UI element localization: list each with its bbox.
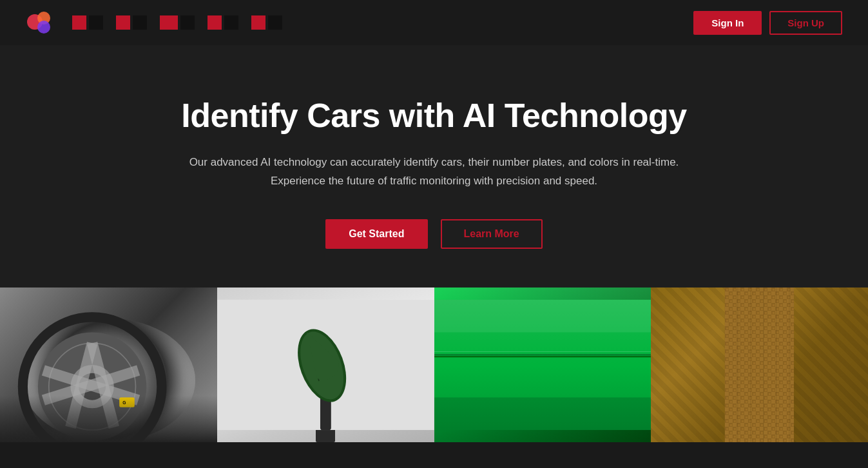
svg-point-2 <box>37 21 50 34</box>
image-strip: G <box>0 288 868 442</box>
hero-buttons: Get Started Learn More <box>325 219 543 249</box>
svg-rect-21 <box>434 354 651 356</box>
svg-rect-23 <box>434 300 651 333</box>
svg-rect-27 <box>725 288 794 442</box>
learn-more-button[interactable]: Learn More <box>441 219 543 249</box>
svg-rect-20 <box>434 300 651 430</box>
brown-texture-image <box>651 288 868 442</box>
car-wheel-image: G <box>0 288 217 442</box>
signup-button[interactable]: Sign Up <box>769 11 842 35</box>
navbar: Sign In Sign Up <box>0 0 868 45</box>
nav-item-features[interactable] <box>68 13 107 32</box>
green-car-image <box>434 288 651 442</box>
nav-item-blog[interactable] <box>247 13 286 32</box>
nav-item-contact[interactable] <box>204 13 242 32</box>
svg-rect-22 <box>434 351 651 352</box>
svg-text:G: G <box>122 400 126 405</box>
hero-subtitle: Our advanced AI technology can accuratel… <box>189 153 679 191</box>
svg-rect-12 <box>119 397 135 407</box>
nav-item-pricing[interactable] <box>112 13 151 32</box>
nav-links <box>68 13 286 32</box>
logo-icon[interactable] <box>26 9 53 36</box>
navbar-right: Sign In Sign Up <box>693 11 842 35</box>
svg-rect-24 <box>434 397 651 430</box>
signin-button[interactable]: Sign In <box>693 11 762 35</box>
nav-item-about[interactable] <box>156 13 198 32</box>
hero-title: Identify Cars with AI Technology <box>181 97 686 135</box>
plant-image <box>217 288 434 442</box>
hero-section: Identify Cars with AI Technology Our adv… <box>0 45 868 288</box>
navbar-left <box>26 9 286 36</box>
get-started-button[interactable]: Get Started <box>325 219 427 249</box>
